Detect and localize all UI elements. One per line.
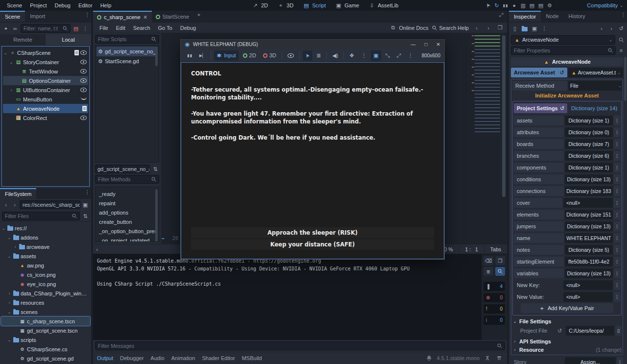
scene-tab-startscene[interactable]: StartScene xyxy=(152,11,193,23)
method-list-scrollbar[interactable] xyxy=(155,189,158,242)
history-back-icon[interactable]: ‹ xyxy=(473,24,481,32)
filter-messages-input[interactable] xyxy=(98,343,495,349)
tree-row-menubutton[interactable]: ▭ MenuButton xyxy=(3,95,88,104)
inspector-scrollbar[interactable] xyxy=(624,57,627,101)
dict-value[interactable]: ffe50b8b-11f0-4e2 xyxy=(565,257,613,267)
dict-entry-menu-icon[interactable]: ⋮ xyxy=(614,233,620,243)
warnings-badge[interactable]: !0 xyxy=(483,304,505,314)
fs-row-scenes[interactable]: ⌄scenes xyxy=(1,307,90,316)
tab-import[interactable]: Import xyxy=(25,11,50,22)
dict-entry-menu-icon[interactable]: ⋮ xyxy=(614,245,620,255)
visibility-icon[interactable] xyxy=(80,78,87,83)
script-menu-search[interactable]: Search xyxy=(130,25,154,31)
tree-row-optionscontainer[interactable]: ▤ OptionsContainer xyxy=(3,76,88,85)
new-key-value[interactable]: <null> xyxy=(563,280,613,290)
split-view-icon[interactable]: ▣ xyxy=(81,201,89,209)
script-attached-icon[interactable] xyxy=(74,50,79,55)
story-assign-button[interactable]: Assign... xyxy=(565,357,616,364)
tab-node[interactable]: Node xyxy=(541,11,563,22)
script-attached-icon[interactable] xyxy=(82,106,87,111)
fs-row-cs-icon-png[interactable]: ◉cs_icon.png xyxy=(1,270,90,279)
dict-entry-menu-icon[interactable]: ⋮ xyxy=(614,139,620,149)
filter-methods-input[interactable] xyxy=(98,176,149,182)
remote-debug-icon[interactable]: ▥ xyxy=(519,1,527,9)
history-forward-icon[interactable]: › xyxy=(484,24,492,32)
float-window-icon[interactable]: ❐ xyxy=(496,24,504,32)
online-docs-button[interactable]: ⧉Online Docs xyxy=(389,24,429,32)
workspace-3d[interactable]: ⌖3D xyxy=(273,0,297,11)
focus-game-icon[interactable]: ▣ xyxy=(371,50,381,61)
edited-object-dropdown[interactable]: ▲ ArcweaveNode ⌄ xyxy=(511,35,615,45)
method-sort-icon[interactable]: ⇅ xyxy=(151,165,159,173)
dict-entry-menu-icon[interactable]: ⋮ xyxy=(614,151,620,161)
tree-row-uibuttonscontainer[interactable]: ›▥ UIButtonsContainer xyxy=(3,85,88,95)
errors-badge[interactable]: ⊗0 xyxy=(483,293,505,302)
dict-entry-menu-icon[interactable]: ⋮ xyxy=(614,163,620,172)
profiler-icon[interactable]: ⚙ xyxy=(546,1,554,9)
menu-editor[interactable]: Editor xyxy=(74,2,96,8)
fs-row-eye-ico-png[interactable]: ◉eye_ico.png xyxy=(1,279,90,289)
dict-value[interactable]: Dictionary (size 1) xyxy=(565,116,613,125)
fs-row-data-plugin[interactable]: ›data_CSharp_Plugin_windo... xyxy=(1,289,90,298)
filter-scripts-input[interactable] xyxy=(98,36,149,42)
receive-method-dropdown[interactable]: File⌄ xyxy=(568,81,622,91)
resource-menu-icon[interactable]: ⋮ xyxy=(540,24,548,32)
clear-output-icon[interactable]: ⌫ xyxy=(483,256,493,265)
object-history-icon[interactable]: ↺ xyxy=(617,24,625,32)
script-menu-edit[interactable]: Edit xyxy=(113,25,129,31)
history-back-icon[interactable]: ‹ xyxy=(598,24,605,32)
dict-entry-menu-icon[interactable]: ⋮ xyxy=(614,280,620,290)
save-resource-icon[interactable]: ▣ xyxy=(531,24,538,32)
method-item[interactable]: _on_project_updated xyxy=(96,236,158,242)
pin-panel-icon[interactable]: ⊼ xyxy=(483,354,491,362)
fs-row-addons[interactable]: ⌄addons xyxy=(1,233,90,242)
revert-icon[interactable]: ↺ xyxy=(557,328,562,334)
tab-inspector[interactable]: Inspector xyxy=(509,11,541,22)
visibility-icon[interactable] xyxy=(80,60,87,64)
bottom-tab-output[interactable]: Output xyxy=(97,355,113,361)
initialize-arcweave-asset-button[interactable]: Initialize Arcweave Asset xyxy=(512,92,622,99)
property-tools-icon[interactable]: ≡ xyxy=(617,47,625,54)
close-tab-icon[interactable]: ✕ xyxy=(143,13,148,21)
dict-value[interactable]: Dictionary (size 1) xyxy=(565,163,613,172)
fs-row-gd-script-scene-gd[interactable]: ⚙gd_script_scene.gd xyxy=(1,354,90,363)
tab-remote[interactable]: Remote xyxy=(0,34,46,45)
filter-properties-input[interactable] xyxy=(514,48,606,53)
close-button[interactable]: ✕ xyxy=(436,42,440,47)
fs-row-arcweave[interactable]: ›arcweave xyxy=(1,242,90,251)
dict-entry-menu-icon[interactable]: ⋮ xyxy=(614,221,620,231)
select-mode-icon[interactable]: ➤ xyxy=(303,50,312,61)
dict-value[interactable]: Dictionary (size 183 xyxy=(565,186,613,196)
file-picker-icon[interactable]: ▯ xyxy=(615,326,622,336)
arcweave-asset-value[interactable]: ▲ ArcweaveAsset.t ⌄ xyxy=(568,68,623,77)
bottom-tab-shader-editor[interactable]: Shader Editor xyxy=(202,355,235,361)
bottom-tab-debugger[interactable]: Debugger xyxy=(120,355,144,361)
game-title-bar[interactable]: ◉ WHITE ELEPHANT (DEBUG) — □ ✕ xyxy=(181,40,444,49)
section-file-settings[interactable]: ⌄File Settings xyxy=(512,317,622,325)
dict-value[interactable]: Dictionary (size 7) xyxy=(565,139,613,149)
tree-row-csharpscene[interactable]: ⌄○ CSharpScene xyxy=(3,48,88,57)
dict-value[interactable]: Dictionary (size 13) xyxy=(565,174,613,184)
method-item[interactable]: add_options xyxy=(96,208,158,217)
fs-row-csharpscene-cs[interactable]: ⚙CSharpScene.cs xyxy=(1,344,90,354)
nav-back-icon[interactable]: ‹ xyxy=(2,201,10,209)
method-item[interactable]: create_button xyxy=(96,217,158,226)
visibility-icon[interactable] xyxy=(80,50,87,55)
code-minimap[interactable] xyxy=(475,35,500,133)
movie-writer-icon[interactable]: ▤ xyxy=(537,1,545,9)
menu-scene[interactable]: Scene xyxy=(3,2,26,8)
expand-panel-icon[interactable]: ⇈ xyxy=(495,354,503,362)
script-item-startscene[interactable]: ⚙StartScene.gd xyxy=(96,56,158,66)
menu-project[interactable]: Project xyxy=(26,2,50,8)
search-output-icon[interactable] xyxy=(495,267,505,276)
bottom-tab-animation[interactable]: Animation xyxy=(171,355,195,361)
dict-entry-menu-icon[interactable]: ⋮ xyxy=(614,127,620,137)
pause-game-icon[interactable]: ▮▮ xyxy=(185,50,195,61)
menu-help[interactable]: Help xyxy=(96,2,116,8)
new-resource-icon[interactable]: ▯ xyxy=(511,24,519,32)
dock-menu-icon[interactable]: ⋮ xyxy=(83,11,91,19)
menu-debug[interactable]: Debug xyxy=(50,2,74,8)
dict-value[interactable]: Dictionary (size 5) xyxy=(565,245,613,255)
output-log[interactable]: Godot Engine v4.5.1.stable.mono.official… xyxy=(93,254,482,340)
visibility-icon[interactable] xyxy=(80,116,87,120)
